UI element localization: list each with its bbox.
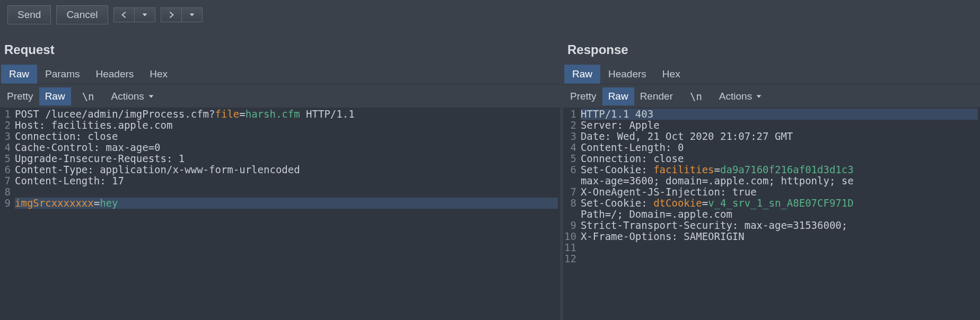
history-back-dropdown[interactable] — [135, 7, 155, 22]
line-gutter: 123456789 — [0, 108, 14, 320]
code-line[interactable] — [15, 186, 558, 198]
request-editor[interactable]: 123456789POST /lucee/admin/imgProcess.cf… — [0, 108, 560, 320]
response-actions-menu[interactable]: Actions — [713, 87, 768, 105]
chevron-left-icon — [120, 11, 128, 19]
request-panel: Request RawParamsHeadersHex PrettyRaw \n… — [0, 30, 563, 320]
request-title: Request — [0, 30, 560, 65]
caret-down-icon — [188, 11, 196, 19]
code-line[interactable]: Set-Cookie: dtCookie=v_4_srv_1_sn_A8E07C… — [581, 198, 978, 209]
view-pretty[interactable]: Pretty — [1, 87, 39, 105]
response-editor[interactable]: 123456789101112HTTP/1.1 403Server: Apple… — [563, 108, 980, 320]
cancel-button[interactable]: Cancel — [56, 5, 108, 24]
code-line[interactable]: X-OneAgent-JS-Injection: true — [581, 186, 978, 198]
code-line[interactable]: Strict-Transport-Security: max-age=31536… — [581, 220, 978, 231]
code-line[interactable] — [581, 242, 978, 253]
code-line[interactable]: Path=/; Domain=.apple.com — [581, 209, 978, 220]
history-forward-group — [161, 7, 203, 22]
request-actions-menu[interactable]: Actions — [106, 87, 161, 105]
response-tabs: RawHeadersHex — [563, 65, 980, 84]
view-raw[interactable]: Raw — [39, 87, 71, 105]
top-toolbar: Send Cancel — [0, 0, 980, 30]
code-line[interactable]: max-age=3600; domain=.apple.com; httponl… — [581, 175, 978, 186]
history-back-group — [113, 7, 155, 22]
code-area[interactable]: POST /lucee/admin/imgProcess.cfm?file=ha… — [14, 108, 560, 320]
code-line[interactable]: Connection: close — [15, 131, 558, 142]
code-line[interactable]: POST /lucee/admin/imgProcess.cfm?file=ha… — [15, 109, 558, 120]
response-panel: Response RawHeadersHex PrettyRawRender \… — [563, 30, 980, 320]
request-tabs: RawParamsHeadersHex — [0, 65, 560, 84]
code-line[interactable]: Content-Length: 0 — [581, 142, 978, 153]
tab-hex[interactable]: Hex — [142, 65, 176, 84]
view-raw[interactable]: Raw — [602, 87, 634, 105]
response-title: Response — [563, 30, 980, 65]
send-button[interactable]: Send — [7, 5, 51, 24]
code-line[interactable]: Cache-Control: max-age=0 — [15, 142, 558, 153]
tab-params[interactable]: Params — [37, 65, 88, 84]
code-line[interactable]: Upgrade-Insecure-Requests: 1 — [15, 153, 558, 164]
caret-down-icon — [141, 11, 148, 19]
code-line[interactable]: X-Frame-Options: SAMEORIGIN — [581, 231, 978, 242]
tab-raw[interactable]: Raw — [564, 65, 600, 84]
chevron-right-icon — [168, 11, 175, 19]
actions-label: Actions — [719, 91, 752, 102]
view-pretty[interactable]: Pretty — [564, 87, 602, 105]
code-line[interactable]: HTTP/1.1 403 — [581, 109, 978, 120]
history-back-button[interactable] — [113, 7, 135, 22]
code-line[interactable]: Host: facilities.apple.com — [15, 120, 558, 131]
response-subtabs: PrettyRawRender \n Actions — [563, 87, 980, 105]
code-line[interactable]: Content-Type: application/x-www-form-url… — [15, 164, 558, 175]
history-forward-button[interactable] — [161, 7, 182, 22]
tab-headers[interactable]: Headers — [88, 65, 142, 84]
caret-down-icon — [755, 93, 763, 100]
request-subtabs: PrettyRaw \n Actions — [0, 87, 560, 105]
code-line[interactable]: Connection: close — [581, 153, 978, 164]
tab-hex[interactable]: Hex — [654, 65, 688, 84]
tab-raw[interactable]: Raw — [1, 65, 37, 84]
view-render[interactable]: Render — [634, 87, 679, 105]
actions-label: Actions — [111, 91, 144, 102]
toggle-newlines-button[interactable]: \n — [684, 87, 708, 105]
line-gutter: 123456789101112 — [563, 108, 580, 320]
toggle-newlines-button[interactable]: \n — [76, 87, 100, 105]
code-line[interactable]: Server: Apple — [581, 120, 978, 131]
history-forward-dropdown[interactable] — [182, 7, 203, 22]
code-line[interactable]: imgSrcxxxxxxx=hey — [15, 198, 558, 209]
tab-headers[interactable]: Headers — [600, 65, 654, 84]
caret-down-icon — [147, 93, 155, 100]
code-line[interactable]: Content-Length: 17 — [15, 175, 558, 186]
code-line[interactable]: Date: Wed, 21 Oct 2020 21:07:27 GMT — [581, 131, 978, 142]
code-line[interactable] — [581, 253, 978, 264]
code-area[interactable]: HTTP/1.1 403Server: AppleDate: Wed, 21 O… — [580, 108, 980, 320]
code-line[interactable]: Set-Cookie: facilities=da9a7160f216af01d… — [581, 164, 978, 175]
